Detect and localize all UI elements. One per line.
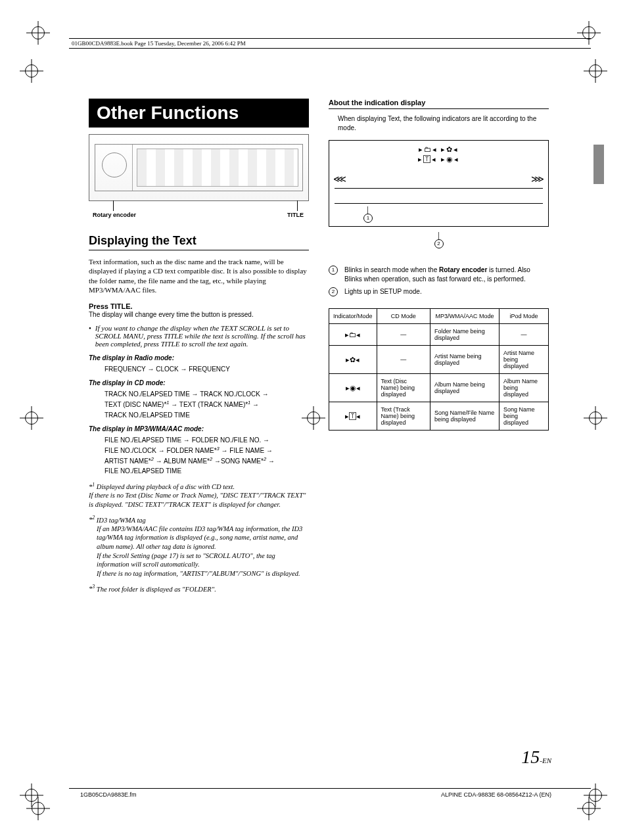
section-title: Displaying the Text: [89, 234, 309, 250]
footnote-2: *2 ID3 tag/WMA tag If an MP3/WMA/AAC fil…: [89, 515, 309, 578]
crop-mark: [20, 406, 43, 430]
mp3-mode-heading: The display in MP3/WMA/AAC mode:: [89, 425, 309, 432]
callout-note-2: 2 Lights up in SETUP mode.: [329, 287, 549, 296]
cd-mode-body: TRACK NO./ELAPSED TIME → TRACK NO./CLOCK…: [104, 389, 309, 419]
book-header-line: 01GB00CDA9883E.book Page 15 Tuesday, Dec…: [69, 38, 591, 49]
page-number: 15-EN: [521, 747, 551, 768]
th-indicator: Indicator/Mode: [329, 309, 377, 324]
indication-subheading: About the indication display: [329, 99, 549, 109]
note-bullet: • If you want to change the display when…: [89, 324, 309, 348]
left-column: Other Functions Rotary encoder TITLE Dis…: [89, 99, 309, 594]
track-icon: ▸🅃◂: [329, 402, 377, 431]
indication-text: When displaying Text, the following indi…: [338, 114, 549, 132]
footer-model: ALPINE CDA-9883E 68-08564Z12-A (EN): [441, 791, 551, 798]
artist-icon: ▸✿◂: [441, 145, 459, 154]
crop-mark: [584, 406, 607, 430]
radio-mode-body: FREQUENCY → CLOCK → FREQUENCY: [104, 364, 309, 374]
crop-mark: [577, 797, 601, 820]
press-suffix: .: [131, 302, 133, 310]
press-prefix: Press: [89, 302, 110, 310]
device-screen-icon: [137, 149, 298, 187]
intro-paragraph: Text information, such as the disc name …: [89, 257, 309, 294]
crop-mark: [26, 21, 50, 45]
footer-filename: 1GB05CDA9883E.fm: [80, 791, 137, 798]
rotary-encoder-icon: [95, 145, 133, 191]
chapter-title: Other Functions: [89, 99, 309, 128]
disc-icon: ▸◉◂: [441, 154, 459, 164]
track-icon: ▸🅃◂: [418, 154, 437, 164]
press-subtext: The display will change every time the b…: [89, 310, 309, 319]
callout-1-icon: 1: [329, 266, 338, 275]
table-row: ▸🗀◂ — Folder Name being displayed —: [329, 324, 549, 346]
callout-notes: 1 Blinks in search mode when the Rotary …: [329, 266, 549, 296]
folder-icon: ▸🗀◂: [419, 145, 438, 154]
indicator-table: Indicator/Mode CD Mode MP3/WMA/AAC Mode …: [329, 308, 549, 431]
table-row: ▸◉◂ Text (Disc Name) being displayed Alb…: [329, 374, 549, 402]
callout-2-line: │2: [329, 232, 549, 248]
artist-icon: ▸✿◂: [329, 346, 377, 374]
disc-icon: ▸◉◂: [329, 374, 377, 402]
right-chevrons-icon: ⋙: [531, 174, 544, 184]
table-row: ▸✿◂ — Artist Name being displayed Artist…: [329, 346, 549, 374]
th-mp3: MP3/WMA/AAC Mode: [430, 309, 499, 324]
folder-icon: ▸🗀◂: [329, 324, 377, 346]
th-ipod: iPod Mode: [499, 309, 549, 324]
callout-note-1: 1 Blinks in search mode when the Rotary …: [329, 266, 549, 283]
footer-rule: [69, 788, 591, 789]
callout-2-icon: 2: [329, 287, 338, 296]
crop-mark: [26, 797, 50, 820]
device-label-left: Rotary encoder: [93, 212, 136, 218]
press-instruction: Press TITLE.: [89, 302, 309, 310]
radio-mode-heading: The display in Radio mode:: [89, 354, 309, 362]
cd-mode-heading: The display in CD mode:: [89, 379, 309, 386]
display-diagram: ▸🗀◂ ▸✿◂ ▸🅃◂ ▸◉◂ ⋘ ⋙ │1: [329, 140, 549, 227]
display-track-area: [335, 188, 543, 204]
bullet-dot-icon: •: [89, 324, 91, 348]
book-header-text: 01GB00CDA9883E.book Page 15 Tuesday, Dec…: [72, 40, 246, 47]
th-cd: CD Mode: [377, 309, 430, 324]
table-row: ▸🅃◂ Text (Track Name) being displayed So…: [329, 402, 549, 431]
device-label-right: TITLE: [287, 212, 304, 218]
bullet-text: If you want to change the display when t…: [95, 324, 309, 348]
page-content: Other Functions Rotary encoder TITLE Dis…: [89, 99, 549, 594]
page-side-tab: [593, 145, 604, 184]
device-illustration: [89, 134, 309, 201]
left-chevrons-icon: ⋘: [333, 174, 346, 184]
crop-mark: [20, 59, 43, 83]
display-icons-row: ▸🗀◂ ▸✿◂ ▸🅃◂ ▸◉◂: [329, 145, 548, 165]
footnote-3: *3 The root folder is displayed as "FOLD…: [89, 584, 309, 594]
callout-1-line: │1: [363, 206, 373, 223]
footnote-1: *1 Displayed during playback of a disc w…: [89, 481, 309, 509]
right-column: About the indication display When displa…: [329, 99, 549, 594]
crop-mark: [584, 59, 607, 83]
table-header-row: Indicator/Mode CD Mode MP3/WMA/AAC Mode …: [329, 309, 549, 324]
mp3-mode-body: FILE NO./ELAPSED TIME → FOLDER NO./FILE …: [104, 435, 309, 477]
press-button-name: TITLE: [110, 302, 131, 310]
